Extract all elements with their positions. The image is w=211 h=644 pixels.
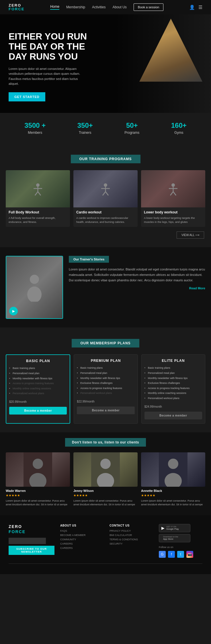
read-more-link[interactable]: Read More [69,286,205,290]
elite-feature-2: Monthly newsletter with fitness tips [144,376,202,380]
navigation: ZERO FORCE Home Membership Activities Ab… [0,0,211,14]
nav-about[interactable]: About Us [112,5,126,9]
trainer-image-wrap: ▶ [6,256,63,319]
premium-feature-5: Personalized workout plans [77,391,134,395]
nav-activities[interactable]: Activities [92,5,106,9]
footer-contact-title: CONTACT US [110,524,153,527]
google-play-badge[interactable]: ▶ GET IT ON Google Play [159,524,190,532]
testimonial-annette-name: Annette Black [141,489,205,492]
membership-card-basic: BASIC PLAN Basic training plans Personal… [6,354,70,423]
testimonial-wade-text: Lorem ipsum dolor sit amet consectetur. … [6,499,70,507]
footer-logo-force: FORCE [9,529,26,534]
membership-card-elite: ELITE PLAN Basic training plans Personal… [141,354,205,423]
program-fullbody-image [6,170,70,207]
trainer-section: ▶ Our Trainer's Stories Lorem ipsum dolo… [0,247,211,327]
elite-plan-name: ELITE PLAN [144,359,202,363]
twitter-social-icon[interactable]: t [177,551,184,558]
footer-link-community[interactable]: CAREERS [60,542,104,545]
footer-link-faqs[interactable]: BECOME A MEMBER [60,534,104,537]
footer-email-input[interactable] [9,538,46,544]
elite-feature-1: Personalized meal plan [144,371,202,375]
user-icon[interactable]: 👤 [189,5,195,10]
svg-point-16 [27,286,42,302]
stat-trainers-number: 350+ [77,121,93,129]
membership-section: OUR MEMBERSHIP PLANS BASIC PLAN Basic tr… [0,327,211,432]
program-cardio-title: Cardio workout [76,210,135,214]
program-card-fullbody[interactable]: Full Body Workout A full body workout fo… [6,170,70,227]
footer-link-privacy[interactable]: PRIVACY POLICY [110,529,153,532]
stat-members-label: Members [24,131,46,135]
nav-home[interactable]: Home [50,5,59,10]
premium-become-member-button[interactable]: Become a member [77,407,134,414]
facebook-social-icon[interactable]: f [168,551,175,558]
trainer-content: Our Trainer's Stories Lorem ipsum dolor … [69,256,205,290]
menu-icon[interactable]: ☰ [198,5,202,10]
footer-link-careers[interactable]: CAREERS [60,547,104,549]
testimonial-annette-stars: ★★★★★ [141,494,205,497]
social-icons: G f t 📷 [159,551,202,558]
elite-feature-4: Access to progress tracking features [144,386,202,390]
footer-link-bmi[interactable]: BMI CALCULATOR [110,534,153,537]
stat-programs-label: Programs [124,131,139,135]
elite-feature-0: Basic training plans [144,366,202,370]
footer-logo: ZERO FORCE [9,524,54,534]
svg-line-9 [106,192,108,195]
program-lower-title: Lower body workout [144,210,202,214]
svg-point-10 [171,183,175,187]
premium-feature-3: Exclusive fitness challenges [77,381,134,385]
app-store-badge[interactable]: Download on the App Store [159,534,190,542]
testimonial-jenny-name: Jenny Wilson [73,489,138,492]
footer-top: ZERO FORCE SUBSCRIBE TO OUR NEWSLETTER A… [9,524,202,558]
svg-point-18 [33,459,43,469]
premium-feature-2: Monthly newsletter with fitness tips [77,376,134,380]
testimonial-jenny-image [73,452,138,487]
book-session-button[interactable]: Book a session [134,3,164,11]
trainer-stories-title: Our Trainer's Stories [69,256,109,263]
footer-link-security[interactable]: SECURITY [110,542,153,545]
testimonial-wade: Wade Warren ★★★★★ Lorem ipsum dolor sit … [6,452,70,507]
basic-feature-5: Personalized workout plans [9,392,67,395]
basic-feature-0: Basic training plans [9,366,67,370]
footer-brand: ZERO FORCE SUBSCRIBE TO OUR NEWSLETTER [9,524,54,558]
svg-point-5 [104,183,107,187]
hero-description: Lorem ipsum dolor sit amet consectetur. … [9,66,89,87]
footer-link-become-member[interactable]: COMMUNITY [60,538,104,541]
elite-feature-6: Personalized workout plans [144,396,202,400]
programs-section-title: OUR TRAINING PROGRAMS [71,155,140,163]
basic-become-member-button[interactable]: Become a member [9,407,67,415]
elite-price: $24.99/month [144,404,202,409]
program-card-lower[interactable]: Lower body workout A lower body workout … [141,170,205,227]
footer-link-terms[interactable]: TERMS & CONDITIONS [110,538,153,541]
footer-col-contact: CONTACT US PRIVACY POLICY BMI CALCULATOR… [110,524,153,558]
programs-grid: Full Body Workout A full body workout fo… [6,170,205,227]
testimonials-grid: Wade Warren ★★★★★ Lorem ipsum dolor sit … [6,452,205,507]
stat-programs: 50+ Programs [124,121,139,135]
testimonial-jenny: Jenny Wilson ★★★★★ Lorem ipsum dolor sit… [73,452,138,507]
premium-feature-4: Access to progress tracking features [77,386,134,390]
hero-title: EITHER YOU RUN THE DAY OR THE DAY RUNS Y… [9,32,100,62]
footer-divider [9,564,202,564]
testimonial-wade-stars: ★★★★★ [6,494,70,497]
testimonial-wade-image [6,452,70,487]
elite-become-member-button[interactable]: Become a member [144,412,202,419]
instagram-social-icon[interactable]: 📷 [186,551,193,558]
view-all-button[interactable]: VIEW ALL ⟶ [177,231,204,239]
program-cardio-image [73,170,138,207]
premium-feature-1: Personalized meal plan [77,371,134,375]
hero-section: EITHER YOU RUN THE DAY OR THE DAY RUNS Y… [0,14,211,113]
get-started-button[interactable]: GET STARTED [9,92,45,101]
trainer-description: Lorem ipsum dolor sit amet consectetur. … [69,267,205,283]
program-card-cardio[interactable]: Cardio workout A cardio workout to impro… [73,170,138,227]
premium-feature-0: Basic training plans [77,366,134,370]
nav-membership[interactable]: Membership [66,5,85,9]
stat-gyms: 160+ Gyms [171,121,187,135]
footer-subscribe-button[interactable]: SUBSCRIBE TO OUR NEWSLETTER [9,546,54,555]
program-fullbody-title: Full Body Workout [9,210,67,214]
elite-feature-5: Monthly online coaching sessions [144,391,202,395]
footer-col-apps: ▶ GET IT ON Google Play Download on the … [159,524,202,558]
footer-columns: ABOUT US FAQS BECOME A MEMBER COMMUNITY … [60,524,202,558]
hero-runner-image [139,19,202,82]
social-title: Follow us on [159,546,202,549]
footer-link-blogs[interactable]: FAQS [60,529,104,532]
google-social-icon[interactable]: G [159,551,166,558]
